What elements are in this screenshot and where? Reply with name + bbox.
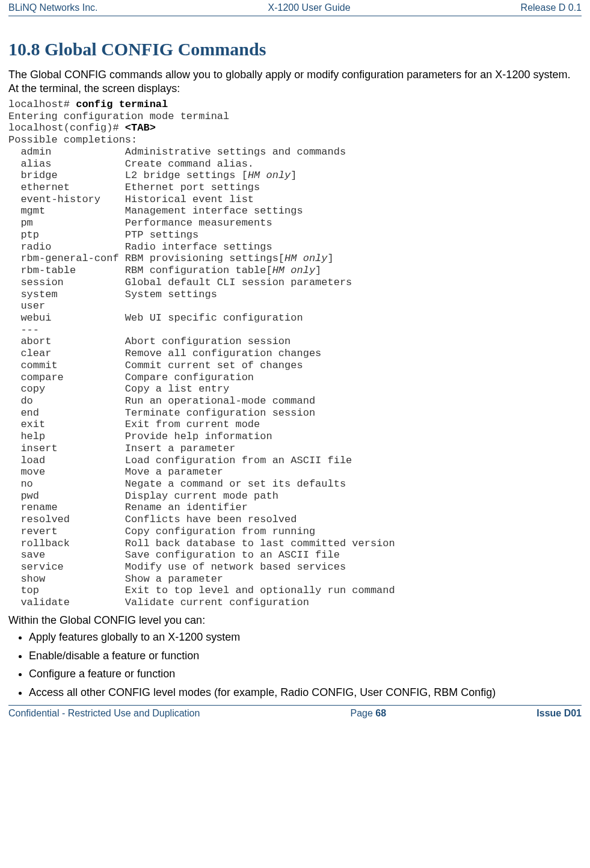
section-title: 10.8 Global CONFIG Commands (8, 39, 582, 60)
followup-paragraph: Within the Global CONFIG level you can: (8, 614, 582, 627)
list-item: Configure a feature or function (29, 667, 582, 681)
bullet-list: Apply features globally to an X-1200 sys… (8, 630, 582, 699)
list-item: Apply features globally to an X-1200 sys… (29, 630, 582, 644)
page-footer: Confidential - Restricted Use and Duplic… (8, 705, 582, 724)
header-center: X-1200 User Guide (268, 2, 351, 13)
footer-page: Page 68 (351, 708, 387, 719)
footer-left: Confidential - Restricted Use and Duplic… (8, 708, 200, 719)
list-item: Enable/disable a feature or function (29, 649, 582, 663)
terminal-block: localhost# config terminal Entering conf… (8, 99, 582, 609)
header-left: BLiNQ Networks Inc. (8, 2, 97, 13)
footer-right: Issue D01 (536, 708, 582, 719)
page-header: BLiNQ Networks Inc. X-1200 User Guide Re… (8, 0, 582, 16)
list-item: Access all other CONFIG level modes (for… (29, 686, 582, 700)
header-right: Release D 0.1 (521, 2, 582, 13)
intro-paragraph: The Global CONFIG commands allow you to … (8, 68, 582, 95)
